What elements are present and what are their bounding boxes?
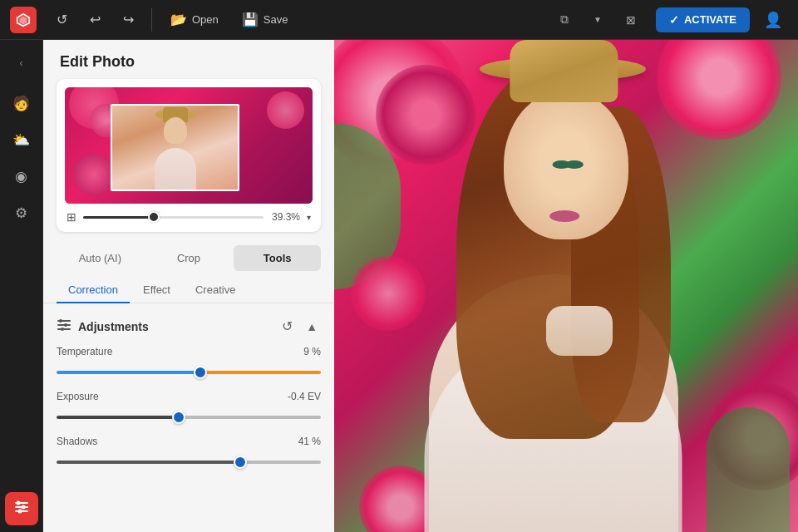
collapse-panel-button[interactable]: ‹ xyxy=(5,47,38,80)
exposure-slider-item: Exposure -0.4 EV xyxy=(57,391,321,422)
side-panel: Edit Photo xyxy=(43,40,334,532)
svg-point-3 xyxy=(16,500,20,505)
sub-tabs: Correction Effect Creative xyxy=(43,274,334,303)
save-button[interactable]: 💾 Save xyxy=(232,7,298,32)
user-account-button[interactable]: 👤 xyxy=(758,5,788,35)
shadows-value: 41 % xyxy=(298,436,321,447)
retouch-tool-button[interactable]: ⚙ xyxy=(5,196,38,229)
subtab-correction[interactable]: Correction xyxy=(57,278,130,303)
temperature-slider[interactable] xyxy=(57,371,321,374)
activate-button[interactable]: ✓ ACTIVATE xyxy=(656,7,750,32)
exposure-label: Exposure xyxy=(57,391,99,402)
erase-icon: ◉ xyxy=(15,168,27,185)
adjustments-header: Adjustments ↺ ▲ xyxy=(57,303,321,346)
image-area xyxy=(334,40,798,532)
open-icon: 📂 xyxy=(170,12,187,27)
subtab-effect[interactable]: Effect xyxy=(131,278,182,303)
temperature-value: 9 % xyxy=(303,346,321,357)
adjustments-section: Adjustments ↺ ▲ Temperature 9 % Exposure… xyxy=(43,303,334,532)
exposure-value: -0.4 EV xyxy=(288,391,321,402)
panel-title: Edit Photo xyxy=(60,53,135,70)
svg-point-4 xyxy=(21,505,25,509)
zoom-value: 39.3% xyxy=(270,211,300,223)
preview-image xyxy=(65,87,313,204)
zoom-slider[interactable] xyxy=(83,216,264,219)
adjustments-reset-button[interactable]: ↺ xyxy=(278,315,296,337)
undo-button[interactable]: ↩ xyxy=(80,5,110,35)
preview-crop-area xyxy=(111,104,239,191)
temperature-label: Temperature xyxy=(57,346,112,357)
adjustments-icon xyxy=(57,318,71,336)
settings-tool-button[interactable] xyxy=(5,492,38,525)
activate-label: ACTIVATE xyxy=(684,13,736,26)
svg-point-11 xyxy=(61,328,64,331)
temperature-slider-item: Temperature 9 % xyxy=(57,346,321,377)
app-logo xyxy=(10,7,37,33)
face-tool-button[interactable]: 🧑 xyxy=(5,86,38,120)
svg-point-9 xyxy=(59,319,62,323)
preview-card: ⊞ 39.3% ▾ xyxy=(57,79,321,232)
panel-header: Edit Photo xyxy=(43,40,334,79)
compare-button[interactable]: ⧉ xyxy=(549,5,579,35)
topbar: ↺ ↩ ↪ 📂 Open 💾 Save ⧉ ▼ ⊠ ✓ ACTIVATE 👤 xyxy=(0,0,798,40)
exposure-slider[interactable] xyxy=(57,416,321,419)
zoom-icon: ⊞ xyxy=(66,210,76,224)
erase-tool-button[interactable]: ◉ xyxy=(5,160,38,193)
divider-1 xyxy=(151,8,152,32)
shadows-slider-item: Shadows 41 % xyxy=(57,436,321,467)
save-label: Save xyxy=(264,13,288,26)
face-icon: 🧑 xyxy=(12,95,30,112)
open-button[interactable]: 📂 Open xyxy=(160,7,229,32)
svg-point-5 xyxy=(17,509,22,513)
retouch-icon: ⚙ xyxy=(15,204,27,222)
svg-point-10 xyxy=(64,323,67,327)
reset-button[interactable]: ↺ xyxy=(47,5,76,35)
shadows-slider[interactable] xyxy=(57,461,321,464)
zoom-dropdown-arrow[interactable]: ▾ xyxy=(307,213,311,222)
compare-dropdown[interactable]: ▼ xyxy=(583,5,613,35)
open-label: Open xyxy=(192,13,219,26)
sliders-icon xyxy=(13,499,30,520)
cloud-icon: ⛅ xyxy=(12,131,30,149)
main-content: ‹ 🧑 ⛅ ◉ ⚙ xyxy=(0,40,798,532)
redo-button[interactable]: ↪ xyxy=(113,5,143,35)
main-tabs: Auto (AI) Crop Tools xyxy=(43,242,334,274)
shadows-label: Shadows xyxy=(57,436,97,447)
effects-tool-button[interactable]: ⛅ xyxy=(5,123,38,156)
left-icon-bar: ‹ 🧑 ⛅ ◉ ⚙ xyxy=(0,40,43,532)
user-icon: 👤 xyxy=(764,11,782,29)
zoom-control: ⊞ 39.3% ▾ xyxy=(65,210,313,224)
adjustments-collapse-button[interactable]: ▲ xyxy=(303,317,321,337)
tab-crop[interactable]: Crop xyxy=(145,245,233,271)
tab-auto-ai[interactable]: Auto (AI) xyxy=(57,245,144,271)
subtab-creative[interactable]: Creative xyxy=(184,278,247,303)
adjustments-title: Adjustments xyxy=(78,320,272,333)
save-icon: 💾 xyxy=(242,12,259,27)
activate-check-icon: ✓ xyxy=(669,13,679,27)
tab-tools[interactable]: Tools xyxy=(234,245,321,271)
crop-tool-button[interactable]: ⊠ xyxy=(616,5,646,35)
